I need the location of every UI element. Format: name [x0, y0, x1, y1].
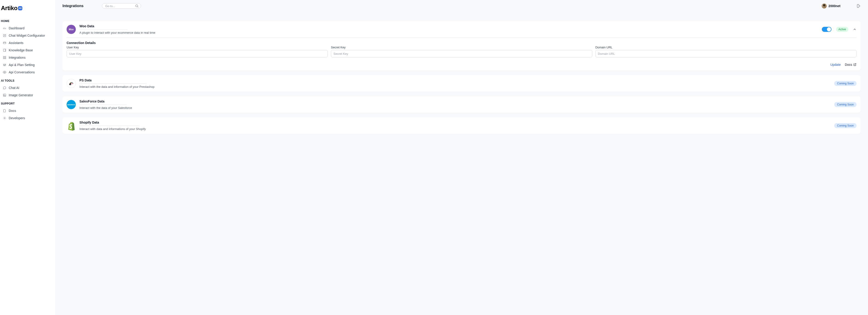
domain-url-label: Domain URL: [595, 46, 857, 49]
docs-button[interactable]: Docs: [845, 63, 857, 67]
svg-rect-5: [5, 58, 6, 59]
sidebar-item-label: Docs: [9, 109, 16, 112]
gear-icon: [3, 116, 6, 120]
sidebar-item-dashboard[interactable]: Dashboard: [0, 25, 55, 32]
svg-point-11: [4, 95, 4, 95]
integration-card-salesforce: salesforce SalesForce Data Interact with…: [62, 96, 861, 113]
search-icon: [135, 4, 139, 8]
title-divider: [80, 83, 147, 84]
toggle-knob: [827, 27, 831, 31]
page-title: Integrations: [62, 4, 84, 8]
title-divider: [80, 126, 139, 126]
sidebar-item-assistants[interactable]: Assistants: [0, 39, 55, 46]
user-name: 2000net: [829, 4, 840, 8]
status-badge-coming-soon: Coming Soon: [834, 102, 857, 107]
sidebar-item-label: Api & Plan Setting: [9, 63, 35, 67]
integration-desc: Interact with the data and information o…: [80, 85, 831, 89]
prestashop-logo-icon: [67, 79, 76, 88]
status-badge-coming-soon: Coming Soon: [834, 81, 857, 86]
integration-card-shopify: Shopify Data Interact with data and info…: [62, 117, 861, 134]
svg-point-13: [135, 5, 137, 7]
integration-title: PS Data: [80, 78, 147, 83]
image-icon: [3, 93, 6, 97]
sidebar-item-label: Dashboard: [9, 26, 25, 30]
nav-section-home-title: HOME: [0, 16, 55, 25]
sidebar-item-label: Assistants: [9, 41, 24, 45]
user-key-input[interactable]: [67, 50, 328, 57]
sidebar-item-docs[interactable]: Docs: [0, 107, 55, 114]
brand-name: Artiko: [1, 5, 18, 12]
sidebar-item-api-plan[interactable]: Api & Plan Setting: [0, 61, 55, 69]
sidebar-item-developers[interactable]: Developers: [0, 114, 55, 122]
user-key-label: User Key: [67, 46, 328, 49]
update-button[interactable]: Update: [830, 63, 841, 67]
user-chip[interactable]: 2000net: [822, 3, 840, 8]
svg-rect-1: [3, 42, 6, 44]
integration-card-woo: Woo Woo Data A plugin to interact with y…: [62, 21, 861, 71]
integration-title: Shopify Data: [80, 120, 139, 126]
svg-point-8: [5, 64, 6, 65]
chevron-up-icon[interactable]: [853, 28, 857, 31]
integration-title: Woo Data: [80, 24, 128, 29]
active-toggle[interactable]: [822, 27, 832, 32]
sidebar-item-api-conversations[interactable]: Api Conversations: [0, 69, 55, 76]
sidebar-item-knowledge-base[interactable]: Knowledge Base: [0, 46, 55, 54]
woo-logo-icon: Woo: [67, 25, 76, 34]
sidebar-item-label: Chat AI: [9, 86, 19, 90]
book-icon: [3, 48, 6, 52]
dashboard-icon: [3, 26, 6, 30]
avatar: [822, 3, 827, 8]
sidebar-item-label: Integrations: [9, 56, 26, 59]
svg-rect-2: [3, 57, 4, 57]
integration-card-ps: PS Data Interact with the data and infor…: [62, 75, 861, 92]
topbar: Integrations 2000net: [55, 0, 868, 12]
brand-logo[interactable]: Artiko AI: [0, 5, 55, 16]
sidebar-item-label: Developers: [9, 116, 25, 120]
nav-section-support-title: SUPPORT: [0, 99, 55, 107]
chat-icon: [3, 86, 6, 90]
external-link-icon: [853, 63, 857, 66]
grid-icon: [3, 56, 6, 59]
domain-url-input[interactable]: [595, 50, 857, 57]
eye-icon: [3, 70, 6, 74]
sliders-icon: [3, 63, 6, 67]
title-divider: [80, 29, 128, 30]
integration-desc: Interact with data and informations of y…: [80, 127, 831, 131]
sidebar-item-image-generator[interactable]: Image Generator: [0, 92, 55, 99]
integration-desc: A plugin to interact with your ecommerce…: [80, 31, 818, 34]
svg-point-7: [4, 65, 5, 66]
svg-point-12: [4, 117, 5, 118]
integration-desc: Interact with the data of your Salesforc…: [80, 106, 831, 110]
connection-details-title: Connection Details: [67, 41, 857, 45]
shopify-logo-icon: [67, 120, 76, 131]
sidebar: Artiko AI HOME Dashboard Chat Widget Con…: [0, 0, 55, 315]
sidebar-item-chat-widget[interactable]: Chat Widget Configurator: [0, 32, 55, 39]
svg-point-6: [3, 65, 4, 65]
search-wrap: [102, 3, 141, 9]
secret-key-input[interactable]: [331, 50, 592, 57]
sidebar-item-chat-ai[interactable]: Chat AI: [0, 84, 55, 92]
integration-title: SalesForce Data: [80, 100, 127, 105]
docs-icon: [3, 109, 6, 112]
svg-rect-4: [3, 58, 4, 59]
svg-rect-3: [5, 57, 6, 57]
sidebar-item-label: Image Generator: [9, 93, 33, 97]
secret-key-label: Secret Key: [331, 46, 592, 49]
svg-point-9: [4, 72, 5, 73]
svg-point-16: [71, 83, 72, 84]
brand-badge: AI: [18, 6, 22, 10]
card-icon: [3, 41, 6, 45]
nav-section-aitools-title: AI TOOLS: [0, 76, 55, 84]
sidebar-item-integrations[interactable]: Integrations: [0, 54, 55, 61]
edit-square-icon: [3, 34, 6, 37]
sidebar-item-label: Knowledge Base: [9, 48, 33, 52]
sidebar-item-label: Chat Widget Configurator: [9, 34, 45, 37]
status-badge-active: Active: [836, 27, 848, 32]
salesforce-logo-icon: salesforce: [67, 100, 76, 109]
sidebar-item-label: Api Conversations: [9, 70, 35, 74]
status-badge-coming-soon: Coming Soon: [834, 123, 857, 128]
logout-icon[interactable]: [857, 4, 861, 8]
